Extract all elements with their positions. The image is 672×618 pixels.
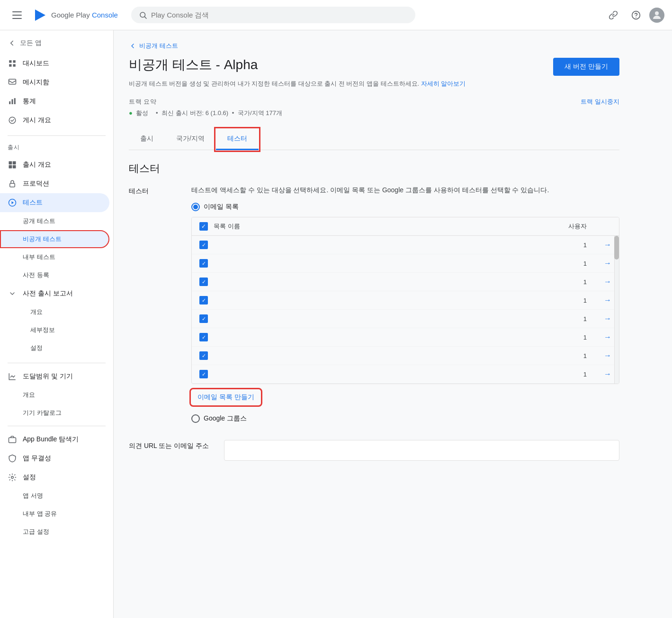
sidebar-item-production[interactable]: 프로덕션 <box>0 174 109 193</box>
row-arrow[interactable]: → <box>592 370 611 378</box>
hamburger-icon <box>12 11 22 19</box>
sidebar-label-closed-test: 비공개 테스트 <box>23 235 102 243</box>
google-groups-radio-button[interactable] <box>191 414 200 423</box>
sidebar-item-internal-test[interactable]: 내부 테스트 <box>0 248 109 266</box>
svg-point-23 <box>11 476 14 479</box>
row-checkbox[interactable]: ✓ <box>199 333 208 341</box>
page-subtitle-text: 비공개 테스트 버전을 생성 및 관리하여 내가 지정한 테스터를 대상으로 출… <box>129 80 419 87</box>
email-list-radio-option[interactable]: 이메일 목록 <box>191 203 619 211</box>
row-checkbox[interactable]: ✓ <box>199 259 208 268</box>
search-bar[interactable] <box>131 7 415 23</box>
row-arrow[interactable]: → <box>592 351 611 360</box>
tabs: 출시 국가/지역 테스터 <box>129 129 619 150</box>
row-arrow[interactable]: → <box>592 278 611 286</box>
sidebar-item-overview2[interactable]: 개요 <box>0 386 109 404</box>
status-sep1: • <box>156 109 158 116</box>
row-checkbox[interactable]: ✓ <box>199 241 208 249</box>
sidebar-item-device-catalog[interactable]: 기기 카탈로그 <box>0 404 109 422</box>
col-name-header: 목록 이름 <box>214 222 534 231</box>
tab-release[interactable]: 출시 <box>129 129 165 150</box>
row-checkbox[interactable]: ✓ <box>199 351 208 360</box>
svg-rect-15 <box>9 161 12 165</box>
svg-rect-8 <box>9 64 11 67</box>
tester-description: 테스트에 액세스할 수 있는 대상을 선택하세요. 이메일 목록 또는 Goog… <box>191 185 619 195</box>
sidebar-divider-3 <box>8 426 106 426</box>
avatar-icon <box>651 9 663 21</box>
email-list-radio-button[interactable] <box>191 203 200 211</box>
breadcrumb-back-icon <box>129 42 136 50</box>
status-version: 최신 출시 버전: 6 (1.0.6) <box>161 109 228 116</box>
sidebar-item-overview[interactable]: 개요 <box>0 303 109 321</box>
create-email-list-button[interactable]: 이메일 목록 만들기 <box>191 390 260 405</box>
feedback-section: 의견 URL 또는 이메일 주소 <box>129 440 619 461</box>
avatar[interactable] <box>649 8 664 23</box>
header-checkbox[interactable]: ✓ <box>199 222 208 231</box>
sidebar-label-stats: 통계 <box>23 97 102 106</box>
help-icon-btn[interactable] <box>627 6 645 25</box>
row-arrow[interactable]: → <box>592 333 611 341</box>
row-checkbox[interactable]: ✓ <box>199 278 208 286</box>
menu-icon[interactable] <box>8 6 27 25</box>
sidebar-item-advanced-settings[interactable]: 고급 설정 <box>0 523 109 541</box>
sidebar-item-closed-test[interactable]: 비공개 테스트 <box>0 230 109 248</box>
scrollbar-thumb[interactable] <box>614 236 619 260</box>
sidebar-item-open-test[interactable]: 공개 테스트 <box>0 212 109 230</box>
table-row: ✓ 1 → <box>192 254 619 273</box>
publish-icon <box>8 116 17 125</box>
svg-rect-9 <box>13 64 16 67</box>
row-checkbox[interactable]: ✓ <box>199 296 208 305</box>
track-summary-header: 트랙 요약 트랙 일시중지 <box>129 98 619 106</box>
sidebar-item-test[interactable]: 테스트 <box>0 193 109 212</box>
sidebar-label-detail: 세부정보 <box>30 326 102 334</box>
sidebar-item-integrity[interactable]: 앱 무결성 <box>0 449 109 468</box>
svg-rect-13 <box>14 98 16 104</box>
sidebar-item-app-signing[interactable]: 앱 서명 <box>0 487 109 505</box>
search-input[interactable] <box>151 11 408 19</box>
sidebar-item-reach[interactable]: 도달범위 및 기기 <box>0 367 109 386</box>
row-arrow[interactable]: → <box>592 296 611 305</box>
back-arrow-icon <box>8 39 16 47</box>
section-title-tester: 테스터 <box>129 161 619 176</box>
status-sep2: • <box>232 109 234 116</box>
sidebar-item-stats[interactable]: 통계 <box>0 92 109 111</box>
sidebar-item-app-bundle[interactable]: App Bundle 탐색기 <box>0 430 109 449</box>
sidebar-label-overview2: 개요 <box>23 391 102 399</box>
row-arrow[interactable]: → <box>592 241 611 249</box>
row-checkbox[interactable]: ✓ <box>199 370 208 378</box>
link-icon-btn[interactable] <box>604 6 623 25</box>
sidebar-item-internal-share[interactable]: 내부 앱 공유 <box>0 505 109 523</box>
sidebar-item-release-overview[interactable]: 출시 개요 <box>0 155 109 174</box>
sidebar-item-settings-sub[interactable]: 설정 <box>0 339 109 357</box>
sidebar-label-reach: 도달범위 및 기기 <box>23 372 102 381</box>
svg-point-1 <box>140 12 145 18</box>
row-arrow[interactable]: → <box>592 259 611 268</box>
sidebar-label-pre-register: 사전 등록 <box>23 271 102 279</box>
tab-region[interactable]: 국가/지역 <box>165 129 216 150</box>
sidebar-item-detail[interactable]: 세부정보 <box>0 321 109 339</box>
learn-more-link[interactable]: 자세히 알아보기 <box>421 80 466 87</box>
sidebar-label-test: 테스트 <box>23 198 102 207</box>
google-groups-radio-option[interactable]: Google 그룹스 <box>191 414 619 423</box>
table-row: ✓ 1 → <box>192 310 619 328</box>
track-status: ● 활성 • 최신 출시 버전: 6 (1.0.6) • 국가/지역 177개 <box>129 109 619 117</box>
row-arrow[interactable]: → <box>592 314 611 323</box>
sidebar-item-pre-launch[interactable]: 사전 출시 보고서 <box>0 284 109 303</box>
sidebar-back-btn[interactable]: 모든 앱 <box>0 34 109 52</box>
google-groups-radio-label: Google 그룹스 <box>204 414 247 423</box>
scrollbar-track[interactable] <box>614 236 619 384</box>
track-pause-button[interactable]: 트랙 일시중지 <box>581 98 619 106</box>
sidebar: 모든 앱 대시보드 메시지함 통계 <box>0 30 114 618</box>
row-user: 1 <box>539 315 587 322</box>
sidebar-item-settings[interactable]: 설정 <box>0 468 109 487</box>
feedback-input[interactable] <box>224 440 619 461</box>
sidebar-item-messaging[interactable]: 메시지함 <box>0 73 109 92</box>
row-checkbox[interactable]: ✓ <box>199 314 208 323</box>
new-version-button[interactable]: 새 버전 만들기 <box>553 58 619 76</box>
sidebar-item-pre-register[interactable]: 사전 등록 <box>0 266 109 284</box>
sidebar-section-main: 대시보드 메시지함 통계 게시 개요 <box>0 52 113 132</box>
breadcrumb[interactable]: 비공개 테스트 <box>129 42 619 50</box>
sidebar-item-dashboard[interactable]: 대시보드 <box>0 54 109 73</box>
sidebar-item-publish-overview[interactable]: 게시 개요 <box>0 111 109 130</box>
tester-content: 테스트에 액세스할 수 있는 대상을 선택하세요. 이메일 목록 또는 Goog… <box>191 185 619 429</box>
tab-tester[interactable]: 테스터 <box>216 129 259 150</box>
